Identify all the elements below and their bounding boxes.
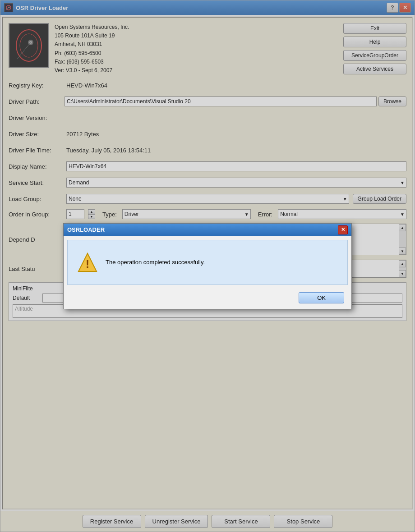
dialog-ok-button[interactable]: OK <box>299 292 344 303</box>
dialog-close-button[interactable]: ✕ <box>338 225 348 234</box>
main-window: OSR Driver Loader ? ✕ Open Systems Resou… <box>0 0 415 532</box>
dialog: OSRLOADER ✕ ! The operation completed su… <box>63 223 352 309</box>
modal-overlay: OSRLOADER ✕ ! The operation completed su… <box>0 0 415 532</box>
dialog-footer: OK <box>64 289 351 309</box>
dialog-body: ! The operation completed successfully. <box>67 240 348 285</box>
dialog-warning-icon: ! <box>77 252 98 273</box>
dialog-title: OSRLOADER <box>67 226 338 233</box>
svg-text:!: ! <box>86 258 89 270</box>
dialog-titlebar: OSRLOADER ✕ <box>64 224 351 236</box>
dialog-message: The operation completed successfully. <box>106 259 205 266</box>
